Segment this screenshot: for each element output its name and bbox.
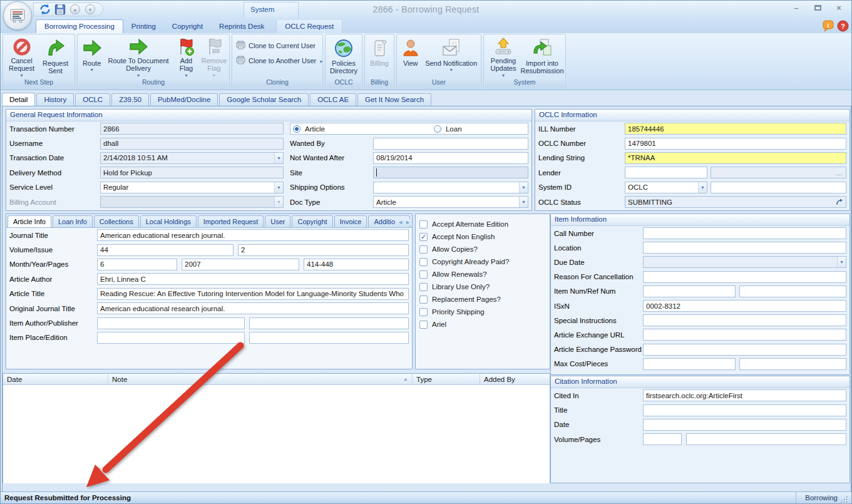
shipping-options-select[interactable]: ▼ — [373, 182, 528, 193]
view-user-button[interactable]: View — [398, 36, 423, 78]
tab-loan-info[interactable]: Loan Info — [53, 215, 93, 227]
chevron-down-icon[interactable]: ▼ — [274, 182, 283, 193]
checkbox-accept-alternate-edition[interactable] — [419, 220, 428, 229]
chevron-down-icon[interactable]: ▼ — [274, 153, 283, 163]
remove-flag-button[interactable]: Remove Flag ▼ — [200, 36, 228, 78]
lender-field[interactable] — [625, 167, 707, 178]
oclc-status-field[interactable]: SUBMITTING — [625, 196, 846, 208]
lender-lookup-field[interactable]: … — [711, 167, 846, 178]
policies-directory-button[interactable]: Policies Directory — [327, 36, 361, 78]
import-into-resubmission-button[interactable]: Import into Resubmission — [521, 36, 563, 78]
item-place-field[interactable] — [97, 332, 245, 344]
checkbox-replacement-pages[interactable] — [419, 296, 428, 304]
tab-scroll-left-icon[interactable]: ◄ — [398, 219, 403, 225]
article-exchange-password-field[interactable] — [643, 344, 846, 356]
close-button[interactable]: × — [831, 3, 846, 13]
checkbox-library-use-only[interactable] — [419, 283, 428, 291]
year-field[interactable]: 2007 — [182, 259, 299, 270]
tab-z3950[interactable]: Z39.50 — [111, 93, 149, 106]
site-field[interactable] — [373, 167, 528, 178]
billing-button[interactable]: Billing — [366, 36, 393, 78]
due-date-field[interactable]: ▼ — [643, 256, 846, 268]
journal-title-field[interactable]: American educational research journal. — [97, 229, 409, 241]
tab-copyright[interactable]: Copyright — [292, 215, 332, 227]
tab-scroll-right-icon[interactable]: ► — [405, 219, 411, 225]
notes-table-body[interactable] — [3, 385, 550, 483]
item-num-field[interactable] — [643, 285, 736, 297]
resubmit-status-icon[interactable] — [836, 198, 843, 206]
system-id-select[interactable]: OCLC▼ — [625, 182, 707, 193]
clone-to-another-user-button[interactable]: Clone to Another User ▼ — [236, 56, 323, 66]
tab-oclc-request[interactable]: OCLC Request — [276, 20, 342, 33]
checkbox-ariel[interactable] — [419, 321, 428, 329]
citation-volume-field[interactable] — [643, 433, 682, 445]
tab-pubmed-docline[interactable]: PubMed/Docline — [150, 93, 218, 106]
tab-oclc-ae[interactable]: OCLC AE — [310, 93, 356, 106]
tab-borrowing-processing[interactable]: Borrowing Processing — [36, 19, 123, 33]
call-number-field[interactable] — [643, 227, 846, 239]
chevron-down-icon[interactable]: ▼ — [698, 182, 707, 193]
checkbox-accept-non-english[interactable] — [419, 233, 428, 241]
tab-reprints-desk[interactable]: Reprints Desk — [211, 20, 272, 33]
article-author-field[interactable]: Ehri, Linnea C — [97, 273, 409, 285]
resize-grip[interactable] — [841, 496, 848, 503]
move-up-button[interactable]: ▲ — [69, 4, 81, 15]
service-level-select[interactable]: Regular▼ — [100, 182, 284, 193]
column-header-note[interactable]: Note▲ — [108, 374, 413, 384]
route-to-document-delivery-button[interactable]: Route To Document Delivery ▼ — [105, 36, 172, 78]
pending-updates-button[interactable]: Pending Updates ▼ — [485, 36, 521, 78]
tab-detail[interactable]: Detail — [2, 93, 35, 106]
column-header-added-by[interactable]: Added By — [480, 374, 550, 384]
article-title-field[interactable]: Reading Rescue: An Effective Tutoring In… — [97, 288, 409, 300]
cancel-request-button[interactable]: Cancel Request ▼ — [4, 36, 39, 78]
original-journal-title-field[interactable]: American educational research journal. — [97, 302, 409, 314]
tab-history[interactable]: History — [36, 93, 74, 106]
add-flag-button[interactable]: Add Flag ▼ — [172, 36, 200, 78]
move-down-button[interactable]: ▼ — [84, 4, 96, 15]
checkbox-allow-renewals[interactable] — [419, 270, 428, 279]
minimize-button[interactable]: – — [789, 3, 804, 13]
chevron-down-icon[interactable]: ▼ — [519, 182, 528, 193]
location-field[interactable] — [643, 242, 846, 254]
citation-date-field[interactable] — [643, 419, 846, 431]
radio-article[interactable] — [293, 125, 300, 133]
billing-account-select[interactable]: ▼ — [100, 196, 284, 208]
chevron-down-icon[interactable]: ▼ — [837, 257, 846, 267]
not-wanted-after-field[interactable]: 08/19/2014 — [373, 152, 528, 164]
item-publisher-field[interactable] — [249, 317, 409, 329]
tab-get-it-now-search[interactable]: Get It Now Search — [357, 93, 431, 106]
tab-user[interactable]: User — [265, 215, 290, 227]
help-icon[interactable]: ? — [837, 20, 849, 32]
transaction-date-field[interactable]: 2/14/2018 10:51 AM▼ — [100, 152, 284, 164]
browse-ellipsis-button[interactable]: … — [836, 169, 844, 177]
clone-to-current-user-button[interactable]: Clone to Current User — [236, 41, 323, 51]
max-cost-field[interactable] — [643, 358, 736, 370]
tab-invoice[interactable]: Invoice — [334, 215, 367, 227]
tab-printing[interactable]: Printing — [123, 20, 164, 33]
item-author-field[interactable] — [97, 317, 245, 329]
transaction-number-field[interactable]: 2866 — [100, 123, 284, 135]
route-button[interactable]: Route ▼ — [79, 36, 105, 78]
item-edition-field[interactable] — [249, 332, 409, 344]
citation-pages-field[interactable] — [686, 433, 846, 445]
issue-field[interactable]: 2 — [238, 244, 409, 256]
cited-in-field[interactable]: firstsearch.oclc.org:ArticleFirst — [643, 389, 846, 401]
column-header-type[interactable]: Type — [413, 374, 480, 384]
tab-local-holdings[interactable]: Local Holdings — [140, 215, 197, 227]
pages-field[interactable]: 414-448 — [304, 259, 409, 270]
oclc-number-field[interactable]: 1479801 — [625, 138, 846, 150]
tab-google-scholar-search[interactable]: Google Scholar Search — [219, 93, 309, 106]
radio-loan[interactable] — [434, 125, 441, 133]
volume-field[interactable]: 44 — [97, 244, 234, 256]
save-button[interactable] — [54, 4, 66, 15]
username-field[interactable]: dhall — [100, 138, 284, 150]
isxn-field[interactable]: 0002-8312 — [643, 300, 846, 312]
month-field[interactable]: 6 — [97, 259, 177, 270]
article-exchange-url-field[interactable] — [643, 329, 846, 341]
checkbox-priority-shipping[interactable] — [419, 308, 428, 316]
pieces-field[interactable] — [739, 358, 846, 370]
tab-imported-request[interactable]: Imported Request — [198, 215, 264, 227]
citation-title-field[interactable] — [643, 404, 846, 416]
send-notification-button[interactable]: Send Notification ▼ — [423, 36, 480, 78]
request-sent-button[interactable]: Request Sent — [39, 36, 72, 78]
